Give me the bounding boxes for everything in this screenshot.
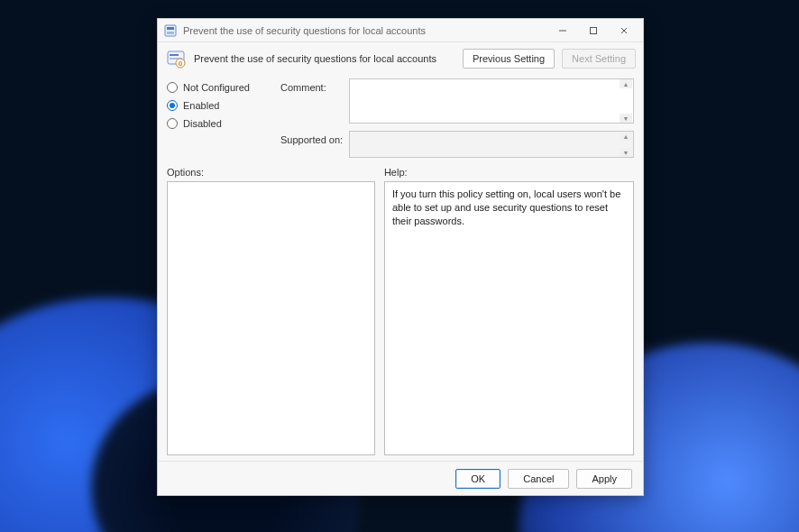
policy-header: 0 Prevent the use of security questions … <box>158 42 643 73</box>
maximize-button[interactable] <box>578 19 609 42</box>
lower-section: Options: Help: If you turn this policy s… <box>158 165 643 461</box>
svg-rect-1 <box>167 27 174 30</box>
options-label: Options: <box>167 165 375 181</box>
supported-field: ▲ ▼ <box>349 131 634 158</box>
help-label: Help: <box>384 165 634 181</box>
ok-button[interactable]: OK <box>455 469 501 489</box>
svg-rect-0 <box>165 25 176 36</box>
supported-scroll[interactable]: ▲ ▼ <box>620 132 632 157</box>
next-setting-button: Next Setting <box>562 49 636 69</box>
supported-label: Supported on: <box>280 131 344 158</box>
radio-disabled-input[interactable] <box>167 118 178 129</box>
scroll-down-icon[interactable]: ▼ <box>620 114 632 123</box>
options-area <box>167 181 375 455</box>
policy-name: Prevent the use of security questions fo… <box>194 53 455 64</box>
minimize-button[interactable] <box>547 19 578 42</box>
comment-label: Comment: <box>280 78 344 124</box>
svg-rect-5 <box>170 54 179 56</box>
previous-setting-button[interactable]: Previous Setting <box>463 49 555 69</box>
policy-icon: 0 <box>165 48 187 69</box>
config-section: Not Configured Enabled Disabled Comment:… <box>158 73 643 165</box>
cancel-button[interactable]: Cancel <box>508 469 569 489</box>
radio-not-configured[interactable]: Not Configured <box>167 82 275 93</box>
svg-text:0: 0 <box>179 60 183 68</box>
dialog-footer: OK Cancel Apply <box>158 461 643 495</box>
titlebar: Prevent the use of security questions fo… <box>158 19 643 42</box>
radio-disabled[interactable]: Disabled <box>167 118 275 129</box>
policy-editor-window: Prevent the use of security questions fo… <box>157 18 644 496</box>
comment-scroll[interactable]: ▲ ▼ <box>620 79 632 123</box>
radio-not-configured-input[interactable] <box>167 82 178 93</box>
comment-field[interactable]: ▲ ▼ <box>349 78 634 124</box>
app-icon <box>163 23 178 38</box>
apply-button[interactable]: Apply <box>576 469 632 489</box>
svg-rect-2 <box>167 32 174 34</box>
radio-enabled-label: Enabled <box>183 100 219 111</box>
help-area: If you turn this policy setting on, loca… <box>384 181 634 455</box>
radio-not-configured-label: Not Configured <box>183 82 250 93</box>
radio-disabled-label: Disabled <box>183 118 222 129</box>
svg-rect-3 <box>591 27 597 33</box>
help-text: If you turn this policy setting on, loca… <box>392 188 620 226</box>
radio-enabled-input[interactable] <box>167 100 178 111</box>
radio-enabled[interactable]: Enabled <box>167 100 275 111</box>
scroll-down-icon[interactable]: ▼ <box>620 148 632 157</box>
window-title: Prevent the use of security questions fo… <box>183 25 547 36</box>
state-radio-group: Not Configured Enabled Disabled <box>167 78 275 158</box>
close-button[interactable] <box>609 19 639 42</box>
scroll-up-icon[interactable]: ▲ <box>620 79 632 88</box>
scroll-up-icon[interactable]: ▲ <box>620 132 632 141</box>
